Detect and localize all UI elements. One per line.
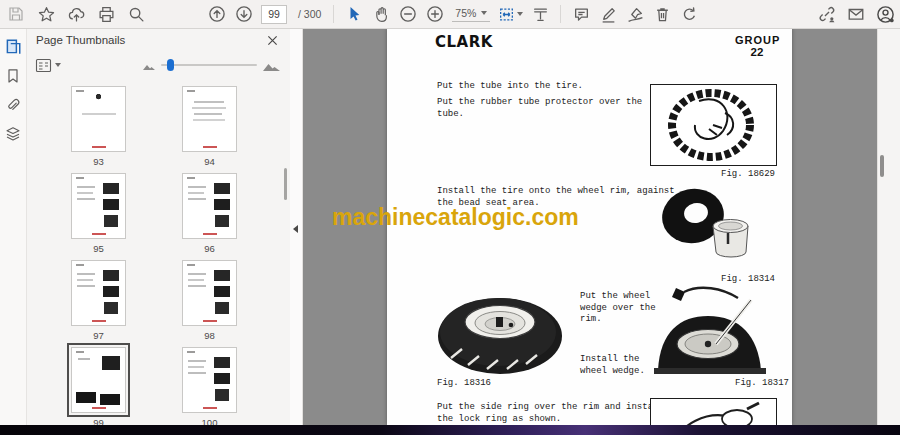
star-icon[interactable] [36,3,56,25]
figure-18316-caption: Fig. 18316 [437,378,491,388]
figure-18629-image [650,84,777,166]
thumbnail-image[interactable] [71,260,126,326]
toolbar-separator [560,5,561,23]
close-icon[interactable] [262,30,282,50]
highlight-pencil-icon[interactable] [598,3,618,25]
toolbar-file-group [6,0,146,28]
thumbnail-options-button[interactable] [35,58,61,73]
chevron-down-icon [55,63,61,67]
page-number-input[interactable]: 99 [261,5,287,24]
thumbnail-label: 97 [93,330,104,341]
select-tool-icon[interactable] [344,3,364,25]
bookmarks-icon[interactable] [3,66,23,86]
panel-title: Page Thumbnails [36,34,262,46]
panel-scrollbar-thumb[interactable] [284,168,287,200]
page-total-label: / 300 [298,8,321,20]
page-down-icon[interactable] [234,3,254,25]
cloud-upload-icon[interactable] [66,3,86,25]
thumbnail-image[interactable] [182,260,237,326]
paragraph-install-wedge: Install the wheel wedge. [580,354,648,377]
zoom-out-icon[interactable] [398,3,418,25]
rotate-icon[interactable] [679,3,699,25]
panel-controls [27,52,290,78]
thumbnail-page-94[interactable]: 94 [182,86,237,167]
large-thumbnails-icon[interactable] [263,59,280,71]
clark-logo: CLARK [435,33,493,52]
panel-collapse-strip [290,28,303,425]
thumbnail-grid: 93 94 95 96 97 98 [27,86,334,428]
chevron-down-icon [517,12,523,16]
thumbnail-page-97[interactable]: 97 [71,260,126,341]
page-thumbnails-panel: Page Thumbnails [27,28,290,425]
thumbnail-page-96[interactable]: 96 [182,173,237,254]
document-view-area[interactable]: CLARK GROUP 22 Put the tube into the tir… [302,28,877,425]
paragraph-side-ring: Put the side ring over the rim and insta… [437,402,667,425]
thumbnail-image[interactable] [182,347,237,413]
figure-18317-caption: Fig. 18317 [735,378,789,388]
slider-handle[interactable] [167,59,174,71]
top-toolbar: 99 / 300 75% [0,0,900,29]
save-icon[interactable] [6,3,26,25]
hand-tool-icon[interactable] [371,3,391,25]
layers-icon[interactable] [3,124,23,144]
thumbnail-image[interactable] [182,86,237,152]
collapse-panel-icon[interactable] [293,225,298,233]
share-link-icon[interactable] [817,3,837,25]
figure-18314-caption: Fig. 18314 [721,274,775,284]
pdf-viewer-window: 99 / 300 75% [0,0,900,435]
zoom-level-value: 75% [455,7,476,19]
toolbar-share-group [817,0,895,28]
site-watermark: machinecatalogic.com [332,204,579,231]
zoom-in-icon[interactable] [425,3,445,25]
search-icon[interactable] [126,3,146,25]
toolbar-separator [333,5,334,23]
print-icon[interactable] [96,3,116,25]
slider-track[interactable] [161,64,257,66]
figure-18317-image [650,284,770,380]
paragraph-protector: Put the rubber tube protector over the t… [437,97,645,120]
thumbnail-page-93[interactable]: 93 [71,86,126,167]
figure-18314-image [655,186,765,270]
figure-18629-caption: Fig. 18629 [721,169,775,179]
paragraph-wheel-wedge: Put the wheel wedge over the rim. [580,291,658,326]
email-icon[interactable] [846,3,866,25]
thumbnail-image-selected[interactable] [71,347,126,413]
group-label: GROUP [735,34,779,46]
document-scrollbar[interactable] [877,28,900,425]
zoom-level-dropdown[interactable]: 75% [452,6,490,22]
group-number: 22 [735,46,779,58]
thumbnail-page-95[interactable]: 95 [71,173,126,254]
page-up-icon[interactable] [207,3,227,25]
document-scrollbar-thumb[interactable] [880,155,884,177]
delete-icon[interactable] [652,3,672,25]
account-icon[interactable] [875,3,895,25]
thumbnail-label: 98 [204,330,215,341]
small-thumbnails-icon[interactable] [143,61,155,70]
thumbnail-label: 93 [93,156,104,167]
left-navigation-rail [0,28,27,425]
sign-icon[interactable] [625,3,645,25]
thumbnail-label: 95 [93,243,104,254]
panel-header: Page Thumbnails [27,28,290,52]
fit-width-dropdown[interactable] [497,3,523,25]
thumbnail-image[interactable] [182,173,237,239]
thumbnail-size-slider [143,52,280,78]
thumbnail-image[interactable] [71,86,126,152]
taskbar-edge [0,425,900,435]
chevron-down-icon [481,11,487,15]
thumbnail-page-98[interactable]: 98 [182,260,237,341]
attachments-icon[interactable] [3,95,23,115]
toolbar-nav-group: 99 / 300 75% [207,0,699,28]
figure-bottom-partial-image [650,398,777,425]
thumbnail-image[interactable] [71,173,126,239]
paragraph-tube: Put the tube into the tire. [437,81,657,93]
thumbnail-page-99-current[interactable]: 99 [71,347,126,428]
thumbnail-page-100[interactable]: 100 [182,347,237,428]
page-thumbnails-icon[interactable] [3,37,23,57]
group-heading: GROUP 22 [735,34,779,58]
page-display-icon[interactable] [530,3,550,25]
comment-icon[interactable] [571,3,591,25]
thumbnail-label: 94 [204,156,215,167]
figure-18316-image [435,284,565,380]
thumbnail-label: 96 [204,243,215,254]
